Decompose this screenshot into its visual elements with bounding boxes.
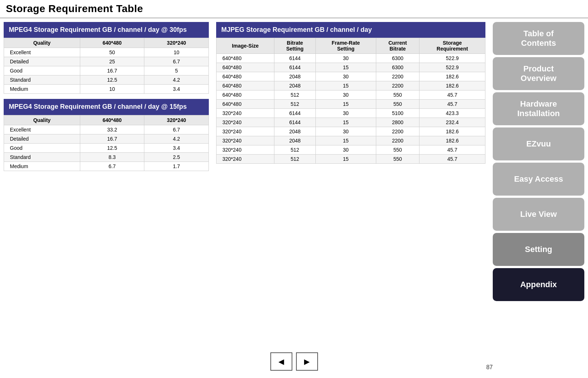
mpeg4-30fps-header: MPEG4 Storage Requirement GB / channel /… [4,22,209,38]
table-cell: 2800 [376,118,419,127]
table-row: 320*2405123055045.7 [217,145,485,155]
mpeg4-section: MPEG4 Storage Requirement GB / channel /… [4,22,209,171]
table-cell: 423.3 [419,109,485,118]
table-cell: Medium [4,85,80,94]
table-cell: Good [4,66,80,75]
nav-easy-access[interactable]: Easy Access [493,163,584,196]
table-row: 320*2402048302200182.6 [217,127,485,136]
table-cell: 30 [315,90,376,100]
table-cell: 6144 [274,54,315,63]
nav-setting[interactable]: Setting [493,233,584,266]
table-row: Good16.75 [4,66,209,75]
mpeg4-15fps-col-2: 320*240 [144,115,209,125]
table-cell: 30 [315,109,376,118]
table-cell: 2048 [274,136,315,145]
nav-live-view[interactable]: Live View [493,198,584,231]
table-cell: 640*480 [217,54,274,63]
mpeg4-15fps-header: MPEG4 Storage Requirement GB / channel /… [4,99,209,115]
table-cell: 30 [315,54,376,63]
table-cell: 2.5 [144,152,209,162]
table-cell: 15 [315,63,376,72]
mjpeg-header: MJPEG Storage Requirement GB / channel /… [216,22,485,38]
table-cell: Detailed [4,57,80,66]
table-cell: Excellent [4,125,80,134]
table-cell: 4.2 [144,134,209,143]
nav-hardware-installation[interactable]: HardwareInstallation [493,92,584,125]
table-cell: 522.9 [419,63,485,72]
table-cell: 232.4 [419,118,485,127]
nav-sidebar: Table ofContents ProductOverview Hardwar… [493,22,584,301]
mpeg4-15fps-block: MPEG4 Storage Requirement GB / channel /… [4,99,209,171]
table-cell: 550 [376,100,419,109]
table-cell: 45.7 [419,155,485,164]
table-row: Excellent5010 [4,48,209,57]
page-title-bar: Storage Requirement Table [0,0,588,18]
table-cell: 15 [315,155,376,164]
table-cell: 640*480 [217,100,274,109]
table-cell: 6144 [274,109,315,118]
table-row: 640*4806144306300522.9 [217,54,485,63]
mjpeg-section: MJPEG Storage Requirement GB / channel /… [216,22,485,171]
table-cell: 50 [80,48,144,57]
table-cell: 16.7 [80,134,144,143]
table-cell: 182.6 [419,81,485,90]
table-cell: 4.2 [144,75,209,85]
nav-appendix[interactable]: Appendix [493,268,584,301]
tables-row: MPEG4 Storage Requirement GB / channel /… [4,22,485,171]
table-cell: 512 [274,145,315,155]
table-cell: 550 [376,155,419,164]
table-cell: 320*240 [217,109,274,118]
table-cell: 6300 [376,54,419,63]
table-cell: 45.7 [419,100,485,109]
table-row: 640*4805121555045.7 [217,100,485,109]
mpeg4-30fps-table: Quality 640*480 320*240 Excellent5010Det… [4,38,209,94]
table-cell: 512 [274,100,315,109]
table-cell: 30 [315,145,376,155]
table-row: 320*2406144305100423.3 [217,109,485,118]
table-cell: 12.5 [80,75,144,85]
table-row: Excellent33.26.7 [4,125,209,134]
table-cell: 640*480 [217,72,274,81]
table-cell: Detailed [4,134,80,143]
table-cell: 10 [80,85,144,94]
table-cell: 2200 [376,136,419,145]
table-cell: 6.7 [80,162,144,171]
table-cell: 30 [315,72,376,81]
table-cell: 2200 [376,72,419,81]
table-cell: 25 [80,57,144,66]
table-cell: 15 [315,118,376,127]
table-cell: 640*480 [217,81,274,90]
table-row: 320*2405121555045.7 [217,155,485,164]
table-cell: 522.9 [419,54,485,63]
table-cell: 45.7 [419,90,485,100]
table-row: 640*4802048152200182.6 [217,81,485,90]
mjpeg-table: Image-Size BitrateSetting Frame-RateSett… [216,38,485,164]
mjpeg-col-2: Frame-RateSetting [315,38,376,54]
prev-page-button[interactable]: ◀ [270,352,292,371]
table-row: Detailed256.7 [4,57,209,66]
mpeg4-30fps-block: MPEG4 Storage Requirement GB / channel /… [4,22,209,94]
table-cell: 3.4 [144,143,209,152]
nav-ezvuu[interactable]: EZvuu [493,127,584,160]
nav-product-overview[interactable]: ProductOverview [493,57,584,90]
mpeg4-15fps-col-0: Quality [4,115,80,125]
table-row: 640*4806144156300522.9 [217,63,485,72]
table-cell: Standard [4,75,80,85]
table-cell: 550 [376,145,419,155]
table-cell: 15 [315,81,376,90]
table-cell: 33.2 [80,125,144,134]
table-row: Good12.53.4 [4,143,209,152]
mpeg4-30fps-col-0: Quality [4,38,80,48]
table-cell: 6144 [274,118,315,127]
next-page-button[interactable]: ▶ [296,352,318,371]
nav-table-of-contents[interactable]: Table ofContents [493,22,584,55]
table-cell: 6.7 [144,57,209,66]
table-cell: 16.7 [80,66,144,75]
mjpeg-col-1: BitrateSetting [274,38,315,54]
table-cell: Medium [4,162,80,171]
table-cell: 320*240 [217,127,274,136]
table-cell: 640*480 [217,90,274,100]
mpeg4-30fps-col-2: 320*240 [144,38,209,48]
table-cell: 12.5 [80,143,144,152]
table-row: 320*2402048152200182.6 [217,136,485,145]
